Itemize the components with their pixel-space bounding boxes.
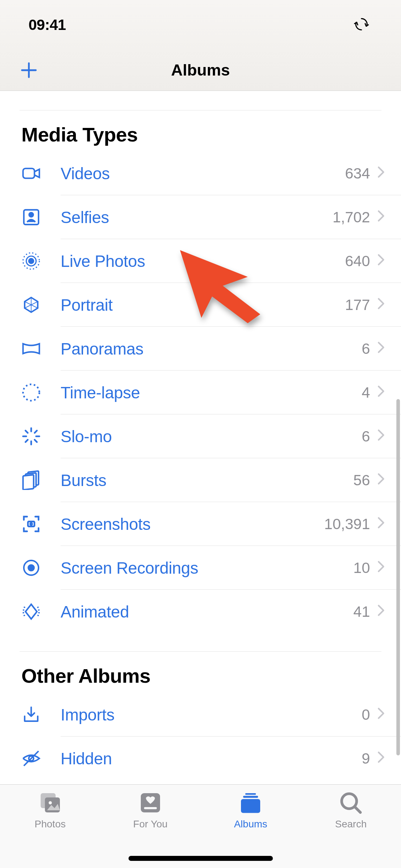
chevron-right-icon	[377, 751, 385, 766]
svg-point-23	[28, 565, 34, 570]
content-area[interactable]: Media Types Videos 634 Selfies 1,702 Liv…	[0, 91, 401, 780]
section-header-media-types: Media Types	[0, 110, 401, 151]
tab-label: Albums	[234, 818, 267, 830]
animated-icon	[21, 602, 61, 621]
svg-rect-33	[241, 799, 260, 813]
row-label: Animated	[61, 602, 353, 621]
svg-point-5	[29, 259, 34, 264]
add-button[interactable]	[20, 61, 41, 79]
search-tab-icon	[338, 790, 364, 816]
row-label: Bursts	[61, 471, 353, 490]
row-screenshots[interactable]: Screenshots 10,391	[0, 502, 401, 546]
svg-point-21	[30, 523, 32, 525]
row-count: 0	[362, 706, 370, 723]
chevron-right-icon	[377, 560, 385, 575]
row-count: 1,702	[333, 209, 370, 226]
screen-recordings-icon	[21, 558, 61, 578]
section-header-other-albums: Other Albums	[0, 652, 401, 693]
row-portrait[interactable]: Portrait 177	[0, 283, 401, 327]
chevron-right-icon	[377, 298, 385, 312]
row-count: 177	[345, 296, 370, 314]
svg-line-35	[355, 807, 360, 812]
row-count: 6	[362, 340, 370, 357]
home-indicator[interactable]	[128, 856, 273, 861]
row-count: 41	[353, 603, 370, 620]
row-label: Imports	[61, 705, 362, 724]
hidden-icon	[21, 749, 61, 768]
row-count: 10	[353, 559, 370, 577]
panoramas-icon	[21, 339, 61, 358]
row-label: Portrait	[61, 295, 345, 315]
tab-label: Photos	[35, 818, 66, 830]
svg-rect-31	[245, 793, 256, 795]
status-bar: 09:41	[0, 0, 401, 50]
sync-icon	[354, 17, 369, 33]
row-label: Time-lapse	[61, 383, 362, 402]
row-live-photos[interactable]: Live Photos 640	[0, 239, 401, 283]
svg-line-14	[25, 440, 27, 442]
row-count: 4	[362, 384, 370, 401]
row-label: Screen Recordings	[61, 558, 353, 578]
row-imports[interactable]: Imports 0	[0, 693, 401, 737]
chevron-right-icon	[377, 210, 385, 225]
svg-line-10	[35, 430, 37, 433]
row-animated[interactable]: Animated 41	[0, 590, 401, 634]
row-label: Panoramas	[61, 339, 362, 358]
portrait-icon	[21, 295, 61, 315]
svg-point-4	[29, 213, 33, 217]
row-bursts[interactable]: Bursts 56	[0, 458, 401, 502]
tab-label: Search	[335, 818, 367, 830]
svg-rect-32	[243, 796, 258, 798]
row-time-lapse[interactable]: Time-lapse 4	[0, 371, 401, 414]
chevron-right-icon	[377, 166, 385, 181]
svg-point-8	[23, 384, 40, 401]
tab-bar: Photos For You Albums Search	[0, 784, 401, 868]
time-lapse-icon	[21, 383, 61, 402]
row-label: Hidden	[61, 749, 362, 768]
row-count: 634	[345, 165, 370, 182]
svg-line-12	[35, 440, 37, 442]
row-label: Videos	[61, 164, 345, 183]
for-you-tab-icon	[138, 790, 163, 816]
row-count: 6	[362, 428, 370, 445]
selfies-icon	[21, 207, 61, 227]
videos-icon	[21, 164, 61, 183]
chevron-right-icon	[377, 341, 385, 356]
imports-icon	[21, 705, 61, 724]
row-count: 9	[362, 750, 370, 767]
chevron-right-icon	[377, 473, 385, 488]
nav-title: Albums	[41, 61, 360, 79]
row-count: 56	[353, 472, 370, 489]
row-selfies[interactable]: Selfies 1,702	[0, 195, 401, 239]
row-panoramas[interactable]: Panoramas 6	[0, 327, 401, 371]
slo-mo-icon	[21, 427, 61, 446]
chevron-right-icon	[377, 707, 385, 722]
chevron-right-icon	[377, 429, 385, 444]
row-label: Selfies	[61, 208, 333, 227]
chevron-right-icon	[377, 254, 385, 269]
row-hidden[interactable]: Hidden 9	[0, 737, 401, 780]
chevron-right-icon	[377, 604, 385, 619]
row-count: 640	[345, 253, 370, 270]
live-photos-icon	[21, 251, 61, 271]
svg-line-25	[24, 751, 38, 766]
status-time: 09:41	[29, 16, 66, 33]
row-slo-mo[interactable]: Slo-mo 6	[0, 414, 401, 458]
tab-photos[interactable]: Photos	[0, 790, 100, 868]
chevron-right-icon	[377, 385, 385, 400]
svg-point-28	[48, 801, 52, 805]
nav-bar: Albums	[0, 50, 401, 91]
row-label: Slo-mo	[61, 427, 362, 446]
row-videos[interactable]: Videos 634	[0, 151, 401, 195]
row-label: Screenshots	[61, 515, 324, 534]
row-count: 10,391	[324, 516, 370, 533]
svg-line-16	[25, 430, 27, 433]
photos-tab-icon	[37, 790, 63, 816]
tab-label: For You	[133, 818, 168, 830]
tab-search[interactable]: Search	[301, 790, 401, 868]
scrollbar[interactable]	[396, 399, 400, 755]
svg-rect-19	[23, 475, 34, 490]
row-label: Live Photos	[61, 252, 345, 271]
row-screen-recordings[interactable]: Screen Recordings 10	[0, 546, 401, 590]
screenshots-icon	[21, 514, 61, 534]
